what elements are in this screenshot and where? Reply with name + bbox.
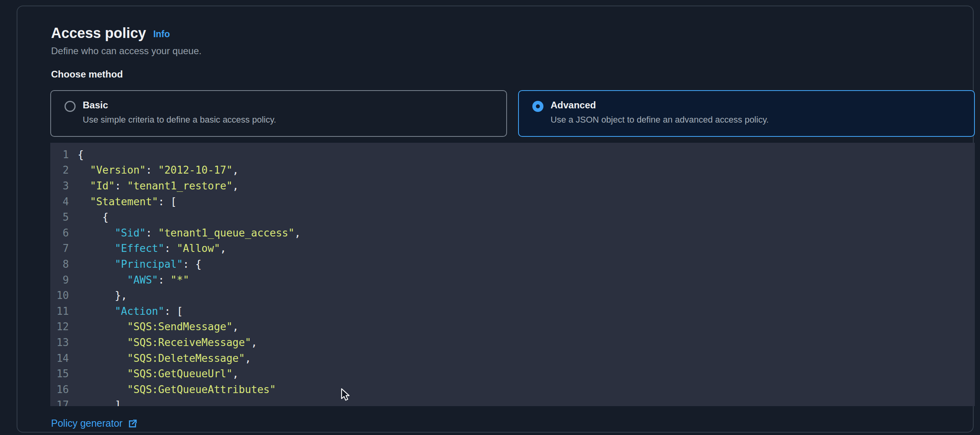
method-option-basic[interactable]: Basic Use simple criteria to define a ba… bbox=[50, 90, 507, 137]
line-number: 16 bbox=[50, 384, 73, 395]
code-line: 3 "Id": "tenant1_restore", bbox=[50, 178, 975, 194]
method-option-description: Use a JSON object to define an advanced … bbox=[551, 114, 769, 126]
method-option-description: Use simple criteria to define a basic ac… bbox=[83, 114, 276, 126]
choose-method-label: Choose method bbox=[51, 69, 123, 80]
policy-generator-label: Policy generator bbox=[51, 418, 123, 429]
line-number: 11 bbox=[50, 305, 73, 317]
code-line: 10 }, bbox=[50, 287, 975, 303]
code-line: 13 "SQS:ReceiveMessage", bbox=[50, 335, 975, 350]
code-line: 12 "SQS:SendMessage", bbox=[50, 319, 975, 335]
policy-generator-link[interactable]: Policy generator bbox=[51, 418, 138, 429]
code-line: 5 { bbox=[50, 209, 975, 225]
line-number: 9 bbox=[50, 274, 73, 286]
radio-button-icon[interactable] bbox=[65, 101, 76, 112]
line-number: 8 bbox=[50, 258, 73, 270]
line-number: 6 bbox=[50, 227, 73, 239]
external-link-icon bbox=[127, 418, 138, 429]
code-line: 14 "SQS:DeleteMessage", bbox=[50, 350, 975, 366]
method-option-text: Advanced Use a JSON object to define an … bbox=[551, 99, 769, 126]
code-line: 17 ], bbox=[50, 397, 975, 407]
line-number: 12 bbox=[50, 321, 73, 333]
line-number: 4 bbox=[50, 196, 73, 208]
json-policy-editor[interactable]: 1{2 "Version": "2012-10-17",3 "Id": "ten… bbox=[50, 143, 975, 406]
line-number: 5 bbox=[50, 211, 73, 223]
radio-button-icon[interactable] bbox=[532, 101, 543, 112]
line-number: 13 bbox=[50, 337, 73, 348]
line-number: 15 bbox=[50, 368, 73, 380]
code-line: 2 "Version": "2012-10-17", bbox=[50, 163, 975, 178]
line-number: 10 bbox=[50, 289, 73, 301]
page-title: Access policy bbox=[51, 25, 146, 41]
code-line: 16 "SQS:GetQueueAttributes" bbox=[50, 382, 975, 397]
line-number: 17 bbox=[50, 399, 73, 406]
access-policy-panel: Access policy Info Define who can access… bbox=[17, 6, 974, 433]
code-line: 4 "Statement": [ bbox=[50, 194, 975, 210]
method-option-label: Advanced bbox=[551, 99, 769, 112]
code-line: 6 "Sid": "tenant1_queue_access", bbox=[50, 225, 975, 241]
section-subtitle: Define who can access your queue. bbox=[51, 45, 201, 57]
section-header: Access policy Info bbox=[51, 25, 170, 41]
method-option-label: Basic bbox=[83, 99, 276, 112]
line-number: 3 bbox=[50, 180, 73, 192]
line-number: 7 bbox=[50, 242, 73, 254]
method-option-text: Basic Use simple criteria to define a ba… bbox=[83, 99, 276, 126]
code-line: 15 "SQS:GetQueueUrl", bbox=[50, 366, 975, 382]
code-lines: 1{2 "Version": "2012-10-17",3 "Id": "ten… bbox=[50, 143, 975, 406]
code-line: 11 "Action": [ bbox=[50, 303, 975, 319]
line-number: 2 bbox=[50, 164, 73, 176]
code-line: 8 "Principal": { bbox=[50, 256, 975, 272]
info-link[interactable]: Info bbox=[153, 29, 170, 40]
code-line: 9 "AWS": "*" bbox=[50, 272, 975, 288]
code-line: 1{ bbox=[50, 147, 975, 163]
method-option-advanced[interactable]: Advanced Use a JSON object to define an … bbox=[518, 90, 975, 137]
line-number: 14 bbox=[50, 352, 73, 364]
method-options: Basic Use simple criteria to define a ba… bbox=[50, 90, 975, 137]
line-number: 1 bbox=[50, 149, 73, 161]
code-line: 7 "Effect": "Allow", bbox=[50, 241, 975, 257]
